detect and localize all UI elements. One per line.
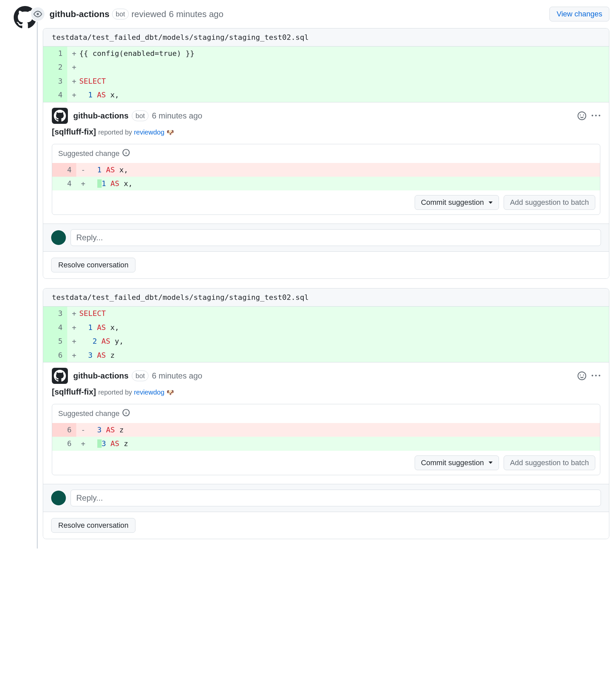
suggestion-diff: 4- 1 AS x,4+ 1 AS x, — [52, 163, 600, 191]
info-icon[interactable] — [122, 149, 130, 158]
diff-line-deletion: - 1 AS x, — [76, 163, 600, 177]
line-number: 3 — [43, 74, 67, 88]
commit-suggestion-button[interactable]: Commit suggestion — [415, 195, 499, 210]
line-number: 4 — [43, 88, 67, 102]
diff-line: + 1 AS x, — [67, 88, 609, 102]
reported-by-link[interactable]: reviewdog — [134, 129, 164, 136]
svg-point-2 — [126, 151, 126, 151]
commenter-avatar[interactable] — [52, 368, 68, 384]
suggestion-label: Suggested change — [58, 149, 120, 158]
current-user-avatar[interactable] — [51, 230, 66, 245]
comment-title: [sqlfluff-fix] — [52, 387, 96, 396]
add-suggestion-batch-button[interactable]: Add suggestion to batch — [504, 455, 595, 470]
commenter-name[interactable]: github-actions — [73, 111, 128, 120]
bot-badge: bot — [112, 9, 129, 19]
kebab-menu-icon[interactable] — [592, 371, 600, 380]
diff-line: + 2 AS y, — [67, 334, 609, 348]
diff-line-addition: + 3 AS z — [76, 437, 600, 450]
review-action: reviewed — [131, 9, 166, 19]
line-number: 4 — [52, 163, 76, 177]
diff-line: + 1 AS x, — [67, 321, 609, 334]
line-number: 3 — [43, 307, 67, 320]
emoji-react-icon[interactable] — [578, 371, 586, 380]
kebab-menu-icon[interactable] — [592, 111, 600, 120]
suggestion-diff: 6- 3 AS z6+ 3 AS z — [52, 423, 600, 451]
review-thread: testdata/test_failed_dbt/models/staging/… — [43, 288, 609, 539]
review-comment: github-actions bot 6 minutes ago [sqlflu… — [43, 362, 609, 484]
dog-icon: 🐶 — [167, 389, 174, 396]
reply-input[interactable]: Reply... — [71, 490, 601, 506]
review-time[interactable]: 6 minutes ago — [169, 9, 223, 19]
diff-line: +{{ config(enabled=true) }} — [67, 47, 609, 60]
reported-by-label: reported by — [98, 389, 134, 396]
review-thread: testdata/test_failed_dbt/models/staging/… — [43, 28, 609, 279]
commenter-avatar[interactable] — [52, 108, 68, 124]
add-suggestion-batch-button[interactable]: Add suggestion to batch — [504, 195, 595, 210]
file-path[interactable]: testdata/test_failed_dbt/models/staging/… — [43, 288, 609, 307]
reported-by-link[interactable]: reviewdog — [134, 389, 164, 396]
current-user-avatar[interactable] — [51, 491, 66, 505]
actor-name[interactable]: github-actions — [49, 9, 109, 19]
comment-time[interactable]: 6 minutes ago — [152, 111, 202, 120]
reported-by-label: reported by — [98, 129, 134, 136]
reply-row: Reply... — [43, 224, 609, 251]
view-changes-button[interactable]: View changes — [549, 7, 609, 21]
info-icon[interactable] — [122, 409, 130, 418]
emoji-react-icon[interactable] — [578, 111, 586, 120]
bot-badge: bot — [132, 110, 148, 121]
line-number: 1 — [43, 47, 67, 60]
file-path[interactable]: testdata/test_failed_dbt/models/staging/… — [43, 28, 609, 47]
reply-row: Reply... — [43, 484, 609, 512]
review-header: github-actions bot reviewed 6 minutes ag… — [43, 7, 609, 21]
diff-line: +SELECT — [67, 74, 609, 88]
suggestion-box: Suggested change 6- 3 AS z6+ 3 AS z Comm… — [52, 404, 600, 475]
diff-context: 1+{{ config(enabled=true) }}2+3+SELECT4+… — [43, 47, 609, 102]
line-number: 6 — [52, 437, 76, 450]
review-comment: github-actions bot 6 minutes ago [sqlflu… — [43, 102, 609, 224]
caret-down-icon — [489, 201, 493, 204]
review-status-badge — [30, 6, 45, 22]
diff-line-addition: + 1 AS x, — [76, 177, 600, 190]
diff-line: + — [67, 60, 609, 74]
resolve-conversation-button[interactable]: Resolve conversation — [51, 258, 135, 272]
svg-point-5 — [126, 411, 126, 412]
diff-context: 3+SELECT4+ 1 AS x,5+ 2 AS y,6+ 3 AS z — [43, 307, 609, 362]
diff-line: + 3 AS z — [67, 348, 609, 362]
suggestion-box: Suggested change 4- 1 AS x,4+ 1 AS x, Co… — [52, 144, 600, 215]
commit-suggestion-button[interactable]: Commit suggestion — [415, 455, 499, 470]
line-number: 4 — [43, 321, 67, 334]
dog-icon: 🐶 — [167, 129, 174, 136]
line-number: 2 — [43, 60, 67, 74]
commenter-name[interactable]: github-actions — [73, 371, 128, 381]
comment-title: [sqlfluff-fix] — [52, 127, 96, 136]
line-number: 5 — [43, 334, 67, 348]
diff-line: +SELECT — [67, 307, 609, 320]
bot-badge: bot — [132, 370, 148, 381]
diff-line-deletion: - 3 AS z — [76, 423, 600, 437]
reply-input[interactable]: Reply... — [71, 229, 601, 246]
line-number: 6 — [43, 348, 67, 362]
resolve-conversation-button[interactable]: Resolve conversation — [51, 518, 135, 533]
suggestion-label: Suggested change — [58, 409, 120, 418]
caret-down-icon — [489, 461, 493, 464]
line-number: 6 — [52, 423, 76, 437]
line-number: 4 — [52, 177, 76, 190]
comment-time[interactable]: 6 minutes ago — [152, 371, 202, 381]
eye-icon — [33, 10, 42, 18]
timeline-line — [37, 7, 38, 549]
